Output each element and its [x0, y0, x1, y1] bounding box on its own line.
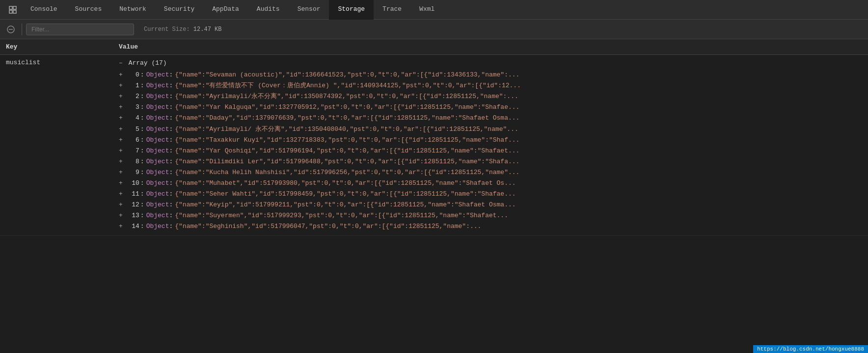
- item-index: 7: [125, 146, 139, 156]
- colon2: :: [169, 210, 173, 221]
- item-index: 8: [125, 156, 139, 167]
- colon: :: [140, 135, 144, 146]
- object-type: Object: [146, 146, 169, 156]
- toolbar-divider: [22, 24, 22, 35]
- svg-rect-3: [13, 10, 16, 13]
- value-column-header: Value: [113, 43, 868, 50]
- expand-icon[interactable]: +: [119, 221, 123, 232]
- object-content: {"name":"Daday","id":1379076639,"pst":0,…: [175, 113, 519, 124]
- expand-icon[interactable]: +: [119, 113, 123, 124]
- svg-rect-1: [13, 6, 16, 9]
- tab-bar: ConsoleSourcesNetworkSecurityAppDataAudi…: [0, 0, 868, 20]
- expand-icon[interactable]: +: [119, 91, 123, 102]
- tab-audits[interactable]: Audits: [248, 0, 289, 20]
- colon2: :: [169, 221, 173, 232]
- tab-console[interactable]: Console: [22, 0, 66, 20]
- object-type: Object: [146, 102, 169, 113]
- toolbar: Current Size: 12.47 KB: [0, 20, 868, 39]
- clear-button[interactable]: [4, 23, 18, 36]
- colon: :: [140, 102, 144, 113]
- item-index: 2: [125, 91, 139, 102]
- list-item[interactable]: +11: Object: {"name":"Seher Wahti","id":…: [119, 189, 862, 200]
- item-index: 14: [125, 221, 139, 232]
- list-item[interactable]: +9: Object: {"name":"Kucha Helih Nahshis…: [119, 167, 862, 178]
- tab-security[interactable]: Security: [155, 0, 203, 20]
- expand-icon[interactable]: +: [119, 146, 123, 156]
- colon: :: [140, 124, 144, 135]
- list-item[interactable]: +1: Object: {"name":"有些爱情放不下 (Cover：唐伯虎A…: [119, 80, 862, 91]
- item-index: 9: [125, 167, 139, 178]
- expand-icon[interactable]: +: [119, 135, 123, 146]
- object-type: Object: [146, 221, 169, 232]
- expand-icon[interactable]: +: [119, 200, 123, 210]
- tab-storage[interactable]: Storage: [329, 0, 374, 20]
- current-size-value: 12.47 KB: [193, 26, 222, 33]
- object-content: {"name":"Dilimdiki Ler","id":517996488,"…: [175, 156, 519, 167]
- tab-sensor[interactable]: Sensor: [289, 0, 329, 20]
- filter-input[interactable]: [26, 24, 134, 35]
- colon: :: [140, 70, 144, 80]
- object-content: {"name":"Seher Wahti","id":517998459,"ps…: [175, 189, 515, 200]
- expand-icon[interactable]: +: [119, 102, 123, 113]
- object-type: Object: [146, 189, 169, 200]
- colon2: :: [169, 113, 173, 124]
- expand-icon[interactable]: +: [119, 178, 123, 189]
- object-type: Object: [146, 200, 169, 210]
- item-index: 5: [125, 124, 139, 135]
- colon: :: [140, 146, 144, 156]
- colon: :: [140, 221, 144, 232]
- list-item[interactable]: +0: Object: {"name":"Sevaman (acoustic)"…: [119, 70, 862, 80]
- object-content: {"name":"Muhabet","id":517993980,"pst":0…: [175, 178, 515, 189]
- object-type: Object: [146, 80, 169, 91]
- data-area: musiclist – Array (17) +0: Object: {"nam…: [0, 55, 868, 353]
- object-type: Object: [146, 178, 169, 189]
- object-content: {"name":"Taxakkur Kuyi","id":1327718383,…: [175, 135, 519, 146]
- url-bar: https://blog.csdn.net/hongxue8888: [753, 345, 868, 353]
- tab-network[interactable]: Network: [110, 0, 155, 20]
- expand-icon[interactable]: +: [119, 70, 123, 80]
- array-items: +0: Object: {"name":"Sevaman (acoustic)"…: [119, 70, 862, 232]
- array-type: Array (17): [129, 59, 167, 67]
- colon2: :: [169, 189, 173, 200]
- object-content: {"name":"Yar Qoshiqi","id":517996194,"ps…: [175, 146, 519, 156]
- expand-icon[interactable]: +: [119, 124, 123, 135]
- list-item[interactable]: +6: Object: {"name":"Taxakkur Kuyi","id"…: [119, 135, 862, 146]
- object-content: {"name":"Sevaman (acoustic)","id":136664…: [175, 70, 519, 80]
- colon2: :: [169, 91, 173, 102]
- item-index: 4: [125, 113, 139, 124]
- expand-icon[interactable]: +: [119, 210, 123, 221]
- list-item[interactable]: +13: Object: {"name":"Suyermen","id":517…: [119, 210, 862, 221]
- list-item[interactable]: +8: Object: {"name":"Dilimdiki Ler","id"…: [119, 156, 862, 167]
- list-item[interactable]: +4: Object: {"name":"Daday","id":1379076…: [119, 113, 862, 124]
- inspector-icon[interactable]: [4, 1, 22, 19]
- expand-icon[interactable]: +: [119, 80, 123, 91]
- tab-sources[interactable]: Sources: [66, 0, 111, 20]
- object-type: Object: [146, 70, 169, 80]
- colon: :: [140, 210, 144, 221]
- expand-icon[interactable]: +: [119, 167, 123, 178]
- main-content: Key Value musiclist – Array (17) +0: Obj…: [0, 39, 868, 353]
- tab-trace[interactable]: Trace: [374, 0, 410, 20]
- table-row: musiclist – Array (17) +0: Object: {"nam…: [0, 55, 868, 236]
- collapse-icon[interactable]: –: [119, 59, 123, 67]
- list-item[interactable]: +10: Object: {"name":"Muhabet","id":5179…: [119, 178, 862, 189]
- expand-icon[interactable]: +: [119, 189, 123, 200]
- list-item[interactable]: +14: Object: {"name":"Seghinish","id":51…: [119, 221, 862, 232]
- colon2: :: [169, 156, 173, 167]
- tab-wxml[interactable]: Wxml: [410, 0, 443, 20]
- list-item[interactable]: +3: Object: {"name":"Yar Kalguqa","id":1…: [119, 102, 862, 113]
- list-item[interactable]: +12: Object: {"name":"Keyip","id":517999…: [119, 200, 862, 210]
- expand-icon[interactable]: +: [119, 156, 123, 167]
- storage-key: musiclist: [0, 55, 113, 70]
- item-index: 13: [125, 210, 139, 221]
- object-content: {"name":"Suyermen","id":517999293,"pst":…: [175, 210, 508, 221]
- list-item[interactable]: +5: Object: {"name":"Ayrilmayli/ 永不分离","…: [119, 124, 862, 135]
- object-type: Object: [146, 124, 169, 135]
- item-index: 10: [125, 178, 139, 189]
- storage-value: – Array (17) +0: Object: {"name":"Sevama…: [113, 55, 868, 235]
- tab-appdata[interactable]: AppData: [203, 0, 248, 20]
- object-type: Object: [146, 156, 169, 167]
- list-item[interactable]: +7: Object: {"name":"Yar Qoshiqi","id":5…: [119, 146, 862, 156]
- svg-rect-0: [9, 6, 12, 9]
- list-item[interactable]: +2: Object: {"name":"Ayrilmayli/永不分离","i…: [119, 91, 862, 102]
